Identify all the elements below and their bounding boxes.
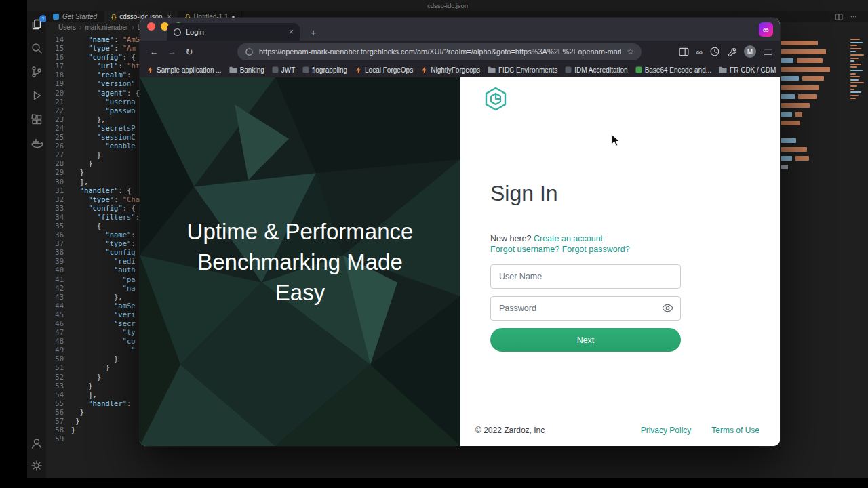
code-fragment-row bbox=[781, 127, 849, 136]
next-button[interactable]: Next bbox=[490, 328, 681, 352]
line-number: 46 bbox=[46, 319, 64, 328]
sidebar-icon[interactable] bbox=[678, 46, 690, 58]
bookmarks-bar: Sample application ...BankingJWTflograpp… bbox=[140, 62, 780, 77]
new-tab-button[interactable]: + bbox=[306, 24, 321, 39]
minimap-line bbox=[850, 60, 854, 62]
terms-of-use-link[interactable]: Terms of Use bbox=[711, 426, 760, 435]
line-number: 42 bbox=[46, 284, 64, 293]
bookmark-item[interactable]: Local ForgeOps bbox=[355, 66, 413, 74]
bookmark-item[interactable]: flograppling bbox=[302, 66, 347, 74]
username-input[interactable] bbox=[490, 264, 681, 289]
code-fragment-row bbox=[781, 39, 849, 47]
code-fragment-row bbox=[781, 47, 849, 56]
line-number: 36 bbox=[46, 230, 64, 239]
bookmark-item[interactable]: NightlyForgeops bbox=[420, 66, 480, 74]
show-password-eye-icon[interactable] bbox=[662, 304, 673, 312]
line-number: 25 bbox=[46, 133, 64, 142]
hero-heading: Uptime & Performance Benchmarking Made E… bbox=[140, 77, 460, 446]
browser-profile-badge[interactable]: ∞ bbox=[759, 22, 773, 37]
close-tab-icon[interactable]: × bbox=[289, 27, 294, 37]
forward-button[interactable]: → bbox=[164, 44, 179, 59]
settings-gear-icon[interactable] bbox=[30, 459, 43, 472]
rewards-infinity-icon[interactable]: ∞ bbox=[696, 47, 703, 57]
tab-get-started[interactable]: Get Started bbox=[46, 11, 104, 22]
line-number: 14 bbox=[46, 35, 64, 44]
line-number: 35 bbox=[46, 222, 64, 230]
explorer-icon[interactable]: 1 bbox=[30, 18, 43, 31]
breadcrumb-item[interactable]: mark.nienaber bbox=[85, 24, 128, 31]
site-info-icon[interactable] bbox=[245, 47, 254, 56]
editor-actions: ⋯ bbox=[834, 11, 868, 22]
breadcrumb-item[interactable]: Users bbox=[58, 24, 76, 31]
mouse-cursor bbox=[610, 134, 621, 147]
browser-tab-strip: Login × + ∞ bbox=[140, 18, 780, 41]
line-number: 38 bbox=[46, 248, 64, 257]
forgot-password-link[interactable]: Forgot password? bbox=[562, 245, 630, 254]
create-account-link[interactable]: Create an account bbox=[534, 234, 603, 243]
code-fragment-row bbox=[781, 74, 849, 83]
bookmark-star-icon[interactable]: ☆ bbox=[627, 47, 634, 56]
bookmark-item[interactable]: Base64 Encode and... bbox=[635, 66, 711, 74]
browser-tab-login[interactable]: Login × bbox=[167, 23, 300, 41]
forgot-username-link[interactable]: Forgot username? bbox=[490, 245, 559, 254]
minimap-line bbox=[850, 39, 860, 40]
bolt-icon bbox=[355, 66, 362, 74]
more-actions-icon[interactable]: ⋯ bbox=[850, 13, 857, 20]
bookmarks-bar-items: Sample application ...BankingJWTflograpp… bbox=[146, 66, 776, 74]
run-debug-icon[interactable] bbox=[30, 89, 43, 102]
address-bar[interactable]: https://openam-mark-nienaber.forgeblocks… bbox=[237, 43, 642, 60]
back-button[interactable]: ← bbox=[146, 44, 161, 59]
url-text[interactable]: https://openam-mark-nienaber.forgeblocks… bbox=[259, 47, 621, 56]
bookmark-label: JWT bbox=[281, 66, 296, 74]
line-number: 56 bbox=[46, 408, 64, 417]
bookmark-label: FR CDK / CDM bbox=[730, 66, 776, 74]
minimap[interactable] bbox=[850, 39, 867, 101]
menu-icon[interactable] bbox=[763, 47, 773, 57]
line-number: 18 bbox=[46, 70, 64, 79]
bookmark-item[interactable]: Sample application ... bbox=[146, 66, 222, 74]
line-number: 20 bbox=[46, 89, 64, 98]
tools-wrench-icon[interactable] bbox=[727, 47, 737, 57]
search-icon[interactable] bbox=[30, 41, 43, 55]
line-number: 39 bbox=[46, 257, 64, 266]
extensions-icon[interactable] bbox=[30, 113, 43, 126]
code-fragment-row bbox=[781, 154, 849, 163]
bookmark-item[interactable]: FR CDK / CDM bbox=[719, 66, 776, 74]
line-number: 47 bbox=[46, 328, 64, 337]
password-input[interactable] bbox=[490, 296, 681, 321]
bookmark-item[interactable]: FIDC Environments bbox=[488, 66, 557, 74]
line-number: 57 bbox=[46, 417, 64, 426]
close-window-button[interactable] bbox=[147, 22, 155, 30]
tab-label: Get Started bbox=[62, 13, 97, 20]
minimap-line bbox=[850, 82, 864, 83]
docker-icon[interactable] bbox=[30, 136, 43, 150]
profile-avatar[interactable]: M bbox=[744, 45, 756, 58]
bookmark-item[interactable]: IDM Accreditation bbox=[565, 66, 627, 74]
line-number: 59 bbox=[46, 434, 64, 443]
line-number: 21 bbox=[46, 98, 64, 106]
vscode-window-title: cdsso-idc.json bbox=[427, 2, 468, 9]
bookmark-label: Banking bbox=[240, 66, 264, 74]
minimap-line bbox=[850, 42, 863, 43]
line-number: 40 bbox=[46, 266, 64, 274]
privacy-policy-link[interactable]: Privacy Policy bbox=[641, 426, 692, 435]
line-number: 53 bbox=[46, 382, 64, 390]
minimap-line bbox=[850, 95, 859, 96]
line-number: 27 bbox=[46, 150, 64, 159]
code-fragment-row bbox=[781, 83, 849, 92]
source-control-icon[interactable] bbox=[30, 65, 43, 79]
line-number: 52 bbox=[46, 373, 64, 382]
split-editor-icon[interactable] bbox=[834, 12, 844, 22]
new-here-text: New here? bbox=[490, 234, 531, 243]
line-number: 55 bbox=[46, 399, 64, 408]
bookmark-label: NightlyForgeops bbox=[431, 66, 480, 74]
activity-bar-bottom bbox=[30, 436, 43, 478]
bookmark-item[interactable]: Banking bbox=[229, 66, 264, 74]
bookmark-item[interactable]: JWT bbox=[272, 66, 296, 74]
history-clock-icon[interactable] bbox=[709, 46, 720, 57]
code-fragment-row bbox=[781, 56, 849, 65]
reload-button[interactable]: ↻ bbox=[182, 44, 197, 59]
line-number: 19 bbox=[46, 79, 64, 88]
line-number: 16 bbox=[46, 53, 64, 62]
account-icon[interactable] bbox=[30, 436, 43, 450]
